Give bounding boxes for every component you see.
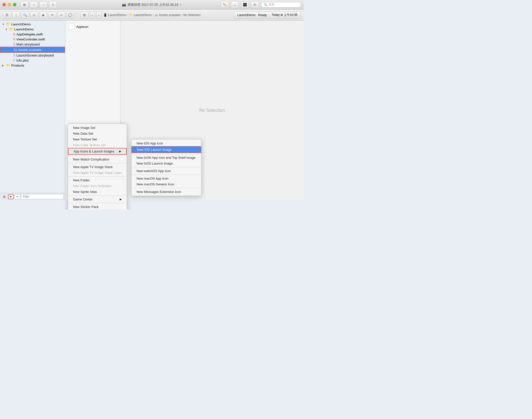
menu-new-sprite-atlas[interactable]: New Sprite Atlas: [68, 189, 127, 195]
report-btn[interactable]: 💬: [66, 12, 74, 19]
back-btn[interactable]: ‹: [30, 1, 38, 8]
add-file-btn[interactable]: +: [8, 194, 14, 199]
asset-item-label: AppIcon: [76, 25, 88, 29]
sidebar-item-viewcontroller[interactable]: ▶ S ViewController.swift: [0, 37, 65, 42]
submenu-new-ios-app-icon[interactable]: New iOS App Icon: [131, 140, 201, 146]
maximize-button[interactable]: [13, 3, 16, 6]
breadcrumb-selection: No Selection: [183, 13, 201, 17]
pencil-btn[interactable]: ✏️: [221, 1, 229, 8]
minimize-button[interactable]: [8, 3, 11, 6]
nav-btn[interactable]: ☰: [3, 12, 11, 19]
menu-new-data-set[interactable]: New Data Set: [68, 131, 127, 136]
submenu-arrow: ▶: [119, 150, 121, 153]
status-sep: |: [269, 13, 270, 17]
sidebar-item-appdelegate[interactable]: ▶ S AppDelegate.swift: [0, 32, 65, 37]
item-label: LaunchScreen.storyboard: [16, 54, 54, 57]
breadcrumb-folder-icon: 📁: [129, 13, 133, 17]
menu-new-watch-complication[interactable]: New Watch Complication: [68, 156, 127, 162]
breadcrumb-sep1: ›: [127, 13, 128, 17]
sidebar-item-launchscreen[interactable]: ▶ S LaunchScreen.storyboard: [0, 53, 65, 58]
assets-icon: 🗂: [14, 48, 17, 52]
breadcrumb-sep2: ›: [153, 13, 154, 17]
storyboard-icon: S: [13, 42, 15, 46]
sidebar-item-launchodemo-root[interactable]: ▼ 📁 LaunchDemo: [0, 22, 65, 27]
window-title: 📸 屏幕快照 2017-07-25 上午10.39.23 ∨: [122, 3, 182, 7]
expand-arrow: ▶: [2, 64, 5, 67]
sidebar-item-mainstoryboard[interactable]: ▶ S Main.storyboard: [0, 42, 65, 47]
breadcrumb-assets-icon: 🗂: [155, 13, 158, 17]
test-btn[interactable]: ◈: [39, 12, 47, 19]
item-label: Main.storyboard: [16, 42, 40, 46]
submenu-sep-1: [131, 154, 201, 154]
issues-btn[interactable]: ⚠: [30, 12, 38, 19]
menu-new-apple-tv-image-stack[interactable]: New Apple TV Image Stack: [68, 164, 127, 170]
filter-icon-btn[interactable]: ⊕: [2, 194, 7, 199]
menu-new-image-set[interactable]: New Image Set: [68, 125, 127, 131]
sidebar: ▼ 📁 LaunchDemo ▼ 📁 LaunchDemo ▶ S AppDel…: [0, 21, 65, 200]
breadcrumb-icon: 📱: [103, 13, 107, 17]
breadcrumb-assets: Assets.xcassets: [159, 13, 180, 17]
search-box[interactable]: 🔍 搜索: [261, 2, 301, 8]
grid-view-btn[interactable]: ⊞: [20, 1, 28, 8]
submenu-new-macos-generic-icon[interactable]: New macOS Generic Icon: [131, 181, 201, 187]
menu-new-cube-texture-set: New Cube Texture Set: [68, 142, 127, 148]
share-btn[interactable]: ⇪: [49, 1, 57, 8]
item-label: Products: [11, 64, 24, 67]
file-tree: ▼ 📁 LaunchDemo ▼ 📁 LaunchDemo ▶ S AppDel…: [0, 21, 65, 193]
submenu-new-tvos-app-icon[interactable]: New tvOS App Icon and Top Shelf Image: [131, 155, 201, 161]
debug-btn[interactable]: ≡: [48, 12, 56, 19]
sidebar-item-products[interactable]: ▶ 📁 Products: [0, 63, 65, 68]
folder-icon: 📁: [6, 63, 10, 67]
submenu-new-watchos-app-icon[interactable]: New watchOS App Icon: [131, 168, 201, 174]
submenu-sep-2: [131, 167, 201, 167]
submenu-new-messages-extension-icon[interactable]: New Messages Extension Icon: [131, 189, 201, 195]
menu-separator-5: [68, 203, 127, 203]
menu-new-folder-from-selection: New Folder from Selection: [68, 183, 127, 189]
menu-separator-1: [68, 155, 127, 156]
menu-new-apple-tv-image-stack-layer: New Apple TV Image Stack Layer: [68, 170, 127, 176]
menu-separator-4: [68, 195, 127, 196]
menu-new-texture-set[interactable]: New Texture Set: [68, 136, 127, 142]
item-label: LaunchDemo: [11, 22, 31, 26]
item-label: Info.plist: [16, 59, 28, 62]
item-label: AppDelegate.swift: [16, 32, 43, 36]
title-chevron: ∨: [180, 3, 182, 6]
menu-game-center[interactable]: Game Center ▶: [68, 196, 127, 202]
remove-file-btn[interactable]: −: [15, 194, 20, 199]
submenu-new-tvos-launch-image[interactable]: New tvOS Launch Image: [131, 161, 201, 166]
back-nav-btn[interactable]: ‹: [90, 12, 95, 19]
menu-separator-3: [68, 176, 127, 177]
search-nav-btn[interactable]: 🔍: [21, 12, 29, 19]
grid-btn[interactable]: ⊞: [80, 12, 88, 19]
menu-app-icons-launch-images[interactable]: App Icons & Launch Images ▶: [68, 148, 127, 155]
breakpoint-btn[interactable]: ⤢: [57, 12, 65, 19]
forward-btn[interactable]: ›: [39, 1, 47, 8]
sidebar-item-infoplist[interactable]: ▶ P Info.plist: [0, 58, 65, 63]
forward-nav-btn[interactable]: ›: [96, 12, 101, 19]
sidebar-item-launchodemo-group[interactable]: ▼ 📁 LaunchDemo: [0, 27, 65, 32]
title-text: 屏幕快照 2017-07-25 上午10.39.23: [127, 3, 178, 7]
asset-item-appicon[interactable]: AppIcon: [67, 23, 118, 31]
chevron-down-btn[interactable]: ⌄: [231, 1, 239, 8]
filter-input[interactable]: [21, 194, 63, 199]
submenu-new-ios-launch-image[interactable]: New iOS Launch Image: [131, 146, 201, 153]
xcode-toolbar: ☰ ⋮ 🔍 ⚠ ◈ ≡ ⤢ 💬 ⊞ ‹ › 📱 LaunchDemo › 📁 L…: [0, 10, 304, 21]
expand-arrow: ▼: [5, 28, 8, 31]
close-button[interactable]: [3, 3, 6, 6]
submenu-new-macos-app-icon[interactable]: New macOS App Icon: [131, 176, 201, 181]
settings-btn[interactable]: ⎘: [251, 1, 259, 8]
toolbar-right: ✏️ ⌄ ⬛ ⎘ 🔍 搜索: [221, 1, 301, 8]
sidebar-item-assets[interactable]: ▶ 🗂 Assets.xcassets: [0, 47, 65, 53]
sidebar-bottom-bar: ⊕ + −: [0, 193, 65, 200]
share2-btn[interactable]: ⬛: [241, 1, 249, 8]
hierarchy-btn[interactable]: ⋮: [12, 12, 20, 19]
no-selection-label: No Selection: [199, 108, 225, 113]
submenu-sep-4: [131, 188, 201, 188]
menu-new-sticker-pack[interactable]: New Sticker Pack: [68, 204, 127, 210]
game-center-arrow: ▶: [120, 198, 122, 201]
menu-new-folder[interactable]: New Folder: [68, 177, 127, 183]
folder-icon: 📁: [9, 27, 13, 31]
time-label: Today at 上午10:39: [272, 13, 297, 17]
expand-arrow: ▼: [2, 23, 5, 26]
breadcrumb-sep3: ›: [181, 13, 182, 17]
